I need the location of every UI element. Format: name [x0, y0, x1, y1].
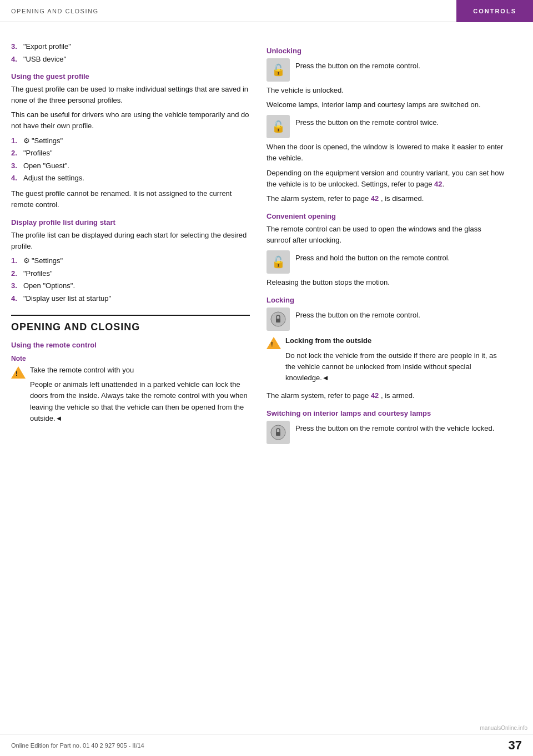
lock-closed-icon	[270, 311, 286, 327]
guest-profile-para2: This can be useful for drivers who are u…	[11, 109, 250, 132]
equipment-text: Depending on the equipment version and c…	[266, 169, 504, 188]
step-number: 3.	[11, 280, 23, 291]
step-number: 2.	[11, 268, 23, 279]
locking-section: Locking Press the button on the remote c…	[266, 296, 505, 401]
gear-icon: ⚙	[23, 255, 30, 266]
step-number: 1.	[11, 255, 23, 266]
unlock-icon-row: 🔓 Press the button on the remote control…	[266, 58, 505, 82]
interior-lamps-title: Switching on interior lamps and courtesy…	[266, 409, 505, 417]
alarm-armed-text: The alarm system, refer to page 42 , is …	[266, 390, 505, 401]
item-text: "Export profile"	[23, 41, 71, 52]
unlocking-title: Unlocking	[266, 47, 505, 55]
convenient-title: Convenient opening	[266, 212, 505, 220]
guest-profile-note: The guest profile cannot be renamed. It …	[11, 188, 250, 210]
list-item: 3. Open "Options".	[11, 280, 250, 291]
page-header: OPENING AND CLOSING CONTROLS	[0, 0, 533, 22]
locking-warning-title: Locking from the outside	[285, 335, 505, 346]
list-item: 3. Open "Guest".	[11, 160, 250, 172]
svg-rect-1	[276, 319, 280, 322]
warning-icon	[11, 366, 26, 379]
equipment-version-text: Depending on the equipment version and c…	[266, 168, 505, 190]
step-number: 4.	[11, 293, 23, 304]
guest-profile-para1: The guest profile can be used to make in…	[11, 84, 250, 106]
lock-open-icon3: 🔓	[271, 255, 285, 269]
lock-open-icon: 🔓	[271, 63, 285, 77]
step-text: Adjust the settings.	[23, 173, 84, 184]
left-column: 3. "Export profile" 4. "USB device" Usin…	[11, 39, 250, 447]
step-text: "Display user list at startup"	[23, 293, 111, 304]
display-profile-para: The profile list can be displayed during…	[11, 230, 250, 252]
locking-warning-text-block: Locking from the outside Do not lock the…	[285, 335, 505, 387]
period1: .	[443, 180, 445, 188]
welcome-lamps-text: Welcome lamps, interior lamp and courtes…	[266, 99, 505, 110]
display-profile-section: Display profile list during start The pr…	[11, 218, 250, 304]
unlock-twice-text: Press the button on the remote control t…	[295, 115, 439, 128]
convenient-step1-text: Press and hold the button on the remote …	[295, 250, 450, 264]
convenient-icon: 🔓	[266, 250, 290, 274]
export-profile-list: 3. "Export profile" 4. "USB device"	[11, 41, 250, 64]
step-text: "Settings"	[32, 255, 63, 266]
step-text: Open "Options".	[23, 280, 75, 291]
unlocked-text: The vehicle is unlocked.	[266, 85, 505, 96]
section-title: Display profile list during start	[11, 218, 250, 226]
page-footer: Online Edition for Part no. 01 40 2 927 …	[0, 734, 533, 756]
lock-open-icon2: 🔓	[271, 120, 285, 133]
step-number: 4.	[11, 173, 23, 184]
page-number: 37	[509, 738, 522, 753]
step-number: 2.	[11, 148, 23, 159]
step-number: 1.	[11, 135, 23, 147]
list-item: 4. Adjust the settings.	[11, 173, 250, 184]
convenient-icon-row: 🔓 Press and hold the button on the remot…	[266, 250, 505, 274]
display-profile-steps: 1. ⚙ "Settings" 2. "Profiles" 3. Open "O…	[11, 255, 250, 304]
guest-profile-section: Using the guest profile The guest profil…	[11, 72, 250, 210]
item-number: 4.	[11, 54, 23, 65]
unlock-step1-text: Press the button on the remote control.	[295, 58, 420, 72]
main-content: 3. "Export profile" 4. "USB device" Usin…	[0, 22, 533, 481]
lock-icon-box	[266, 308, 290, 331]
section-title: Using the guest profile	[11, 72, 250, 80]
opening-closing-title: OPENING AND CLOSING	[11, 315, 250, 333]
remote-control-section: Using the remote control Note Take the r…	[11, 341, 250, 427]
alarm-text: The alarm system, refer to page	[266, 194, 369, 203]
note-text1: Take the remote control with you	[30, 365, 250, 376]
step-text: "Settings"	[32, 135, 63, 147]
locking-step1-text: Press the button on the remote control.	[295, 308, 420, 321]
note-content: Take the remote control with you People …	[11, 365, 250, 427]
window-lowered-text: When the door is opened, the window is l…	[266, 142, 505, 164]
remote-control-title: Using the remote control	[11, 341, 250, 349]
item-number: 3.	[11, 41, 23, 52]
note-label: Note	[11, 355, 250, 362]
list-item: 3. "Export profile"	[11, 41, 250, 52]
svg-rect-3	[276, 432, 280, 436]
watermark: manualsOnline.info	[480, 725, 527, 731]
list-item: 4. "Display user list at startup"	[11, 293, 250, 304]
locking-warning: Locking from the outside Do not lock the…	[266, 335, 505, 387]
alarm-armed-prefix: The alarm system, refer to page	[266, 391, 369, 400]
warning-icon2	[266, 337, 281, 349]
page-link-42b: 42	[371, 194, 379, 203]
note-text2: People or animals left unattended in a p…	[30, 379, 250, 424]
list-item: 1. ⚙ "Settings"	[11, 135, 250, 147]
gear-icon: ⚙	[23, 135, 30, 147]
list-item: 2. "Profiles"	[11, 268, 250, 279]
step-text: "Profiles"	[23, 268, 53, 279]
convenient-para: The remote control can be used to open t…	[266, 224, 505, 246]
unlocking-section: Unlocking 🔓 Press the button on the remo…	[266, 47, 505, 204]
page-link-locking: 42	[371, 391, 379, 400]
unlock-twice-row: 🔓 Press the button on the remote control…	[266, 115, 505, 138]
guest-profile-steps: 1. ⚙ "Settings" 2. "Profiles" 3. Open "G…	[11, 135, 250, 184]
footer-edition-text: Online Edition for Part no. 01 40 2 927 …	[11, 742, 144, 749]
list-item: 1. ⚙ "Settings"	[11, 255, 250, 266]
alarm-armed-suffix: , is armed.	[381, 391, 415, 400]
list-item: 4. "USB device"	[11, 54, 250, 65]
unlock-twice-icon: 🔓	[266, 115, 290, 138]
list-item: 2. "Profiles"	[11, 148, 250, 159]
note-text-block: Take the remote control with you People …	[30, 365, 250, 427]
right-column: Unlocking 🔓 Press the button on the remo…	[266, 39, 505, 447]
interior-lamps-section: Switching on interior lamps and courtesy…	[266, 409, 505, 444]
header-left-title: OPENING AND CLOSING	[11, 8, 98, 14]
step-number: 3.	[11, 160, 23, 172]
interior-lamps-icon	[266, 421, 290, 444]
alarm-disarmed-suffix: , is disarmed.	[381, 194, 424, 203]
alarm-disarmed-text: The alarm system, refer to page 42 , is …	[266, 193, 505, 204]
